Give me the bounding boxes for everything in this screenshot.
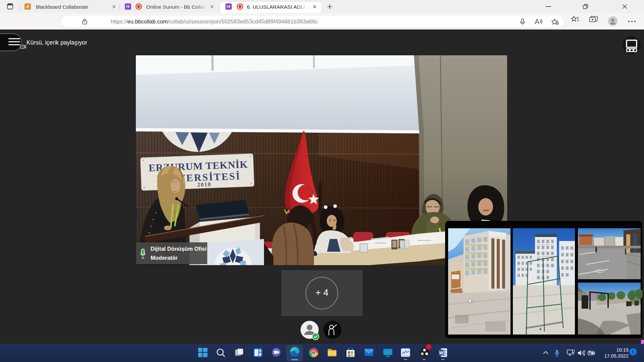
svg-text:W: W [439,350,443,355]
svg-text:2010: 2010 [197,181,212,188]
